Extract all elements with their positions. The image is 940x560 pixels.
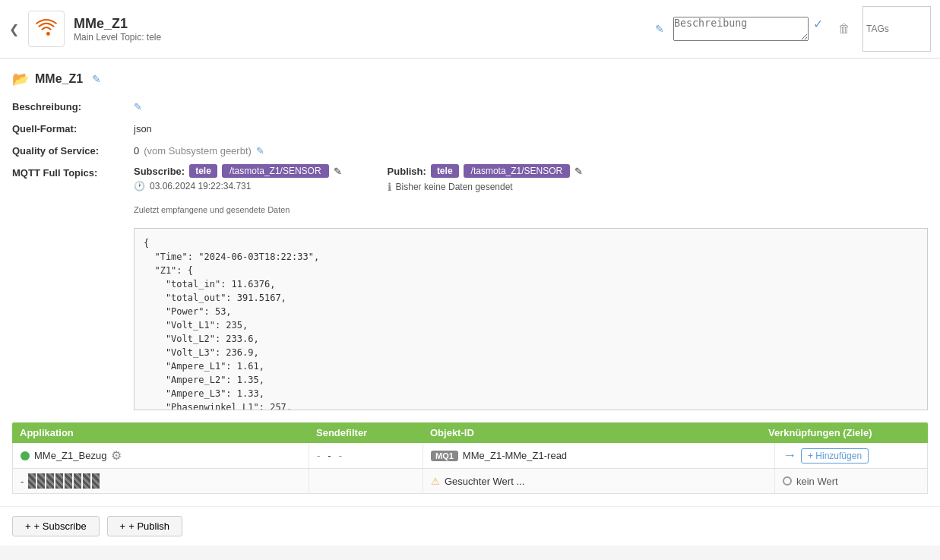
- table-row-2: - ⚠ Gesuchter Wert ... kei: [12, 469, 928, 494]
- mqtt-full-content: Subscribe: tele /tasmota_Z1/SENSOR ✎ 🕐 0…: [134, 164, 928, 199]
- subscribe-label: + Subscribe: [34, 520, 87, 532]
- no-data-sent: Bisher keine Daten gesendet: [396, 182, 513, 192]
- device-title: MMe_Z1 Main Level Topic: tele: [74, 16, 643, 43]
- device-icon: [28, 11, 65, 47]
- col-sendefilter: Sendefilter: [316, 427, 430, 438]
- publish-col: Publish: tele /tasmota_Z1/SENSOR ✎ ℹ Bis…: [388, 164, 584, 199]
- subscribe-col: Subscribe: tele /tasmota_Z1/SENSOR ✎ 🕐 0…: [134, 164, 342, 199]
- progress-cell: -: [13, 469, 309, 493]
- device-edit-icon[interactable]: ✎: [655, 23, 664, 35]
- kein-wert-text: kein Wert: [796, 476, 838, 487]
- main-content: 📂 MMe_Z1 ✎ Beschreibung: ✎ Quell-Format:…: [0, 59, 940, 506]
- mqtt-label: MQTT Full Topics:: [12, 164, 134, 199]
- main-level-topic: Main Level Topic: tele: [74, 32, 643, 43]
- json-content: { "Time": "2024-06-03T18:22:33", "Z1": {…: [144, 238, 319, 410]
- clock-icon: 🕐: [134, 181, 145, 191]
- status-dot: [21, 451, 30, 460]
- object-cell: MQ1 MMe_Z1-MMe_Z1-read: [423, 443, 775, 468]
- subscribe-row: Subscribe: tele /tasmota_Z1/SENSOR ✎: [134, 164, 342, 178]
- mq1-badge: MQ1: [431, 451, 458, 461]
- col-applikation: Applikation: [20, 427, 316, 438]
- filter-cell-2: [309, 469, 423, 493]
- add-link[interactable]: + Hinzufügen: [801, 448, 869, 464]
- app-cell: MMe_Z1_Bezug ⚙: [13, 443, 309, 468]
- search-cell: ⚠ Gesuchter Wert ...: [423, 469, 775, 493]
- bar-4: [55, 473, 63, 489]
- publish-badge: tele: [431, 164, 459, 178]
- info-icon: ℹ: [388, 181, 391, 193]
- top-bar: ❮ MMe_Z1 Main Level Topic: tele ✎ ✓ 🗑: [0, 0, 940, 59]
- kein-wert-cell: kein Wert: [775, 469, 927, 493]
- warning-icon: ⚠: [431, 476, 440, 487]
- search-value: Gesuchter Wert ...: [445, 476, 524, 487]
- col-verknuepfungen: Verknüpfungen (Ziele): [768, 427, 920, 438]
- subscribe-path: /tasmota_Z1/SENSOR: [222, 164, 329, 178]
- arrow-icon: →: [783, 448, 796, 464]
- bottom-actions: + + Subscribe + + Publish: [0, 506, 940, 546]
- filter-cell: - - -: [309, 443, 423, 468]
- filter2: -: [339, 450, 342, 461]
- publish-button[interactable]: + + Publish: [107, 516, 182, 536]
- publish-label: Publish:: [388, 166, 426, 177]
- beschreibung-value: ✎: [134, 98, 928, 115]
- qos-inherited: (vom Subsystem geerbt): [144, 145, 252, 157]
- publish-plus-icon: +: [120, 520, 126, 532]
- quell-format-value: json: [134, 120, 928, 138]
- filter1: -: [317, 450, 320, 461]
- table-header: Applikation Sendefilter Objekt-ID Verknü…: [12, 422, 928, 443]
- zuletzt-label: [12, 204, 134, 216]
- section-edit-icon[interactable]: ✎: [92, 73, 101, 85]
- progress-dash: -: [21, 476, 24, 487]
- col-objekt-id: Objekt-ID: [430, 427, 768, 438]
- subscribe-label: Subscribe:: [134, 166, 185, 177]
- section-header: 📂 MMe_Z1 ✎: [12, 71, 928, 87]
- beschreibung-textarea[interactable]: [673, 17, 809, 41]
- info-grid: Beschreibung: ✎ Quell-Format: json Quali…: [12, 98, 928, 216]
- bar-1: [28, 473, 36, 489]
- table-row: MMe_Z1_Bezug ⚙ - - - MQ1 MMe_Z1-MMe_Z1-r…: [12, 443, 928, 469]
- trash-icon[interactable]: 🗑: [835, 19, 853, 39]
- folder-icon: 📂: [12, 71, 29, 87]
- app-name: MMe_Z1_Bezug: [34, 450, 106, 461]
- subscribe-plus-icon: +: [25, 520, 31, 532]
- check-icon[interactable]: ✓: [813, 17, 823, 31]
- bar-6: [74, 473, 81, 489]
- publish-path: /tasmota_Z1/SENSOR: [464, 164, 571, 178]
- bar-3: [46, 473, 54, 489]
- no-data-row: ℹ Bisher keine Daten gesendet: [388, 181, 584, 193]
- beschreibung-edit-icon[interactable]: ✎: [134, 101, 142, 112]
- verknuepfungen-cell: → + Hinzufügen: [775, 443, 927, 468]
- beschreibung-label: Beschreibung:: [12, 98, 134, 115]
- publish-row: Publish: tele /tasmota_Z1/SENSOR ✎: [388, 164, 584, 178]
- object-id: MMe_Z1-MMe_Z1-read: [463, 450, 567, 461]
- beschreibung-area: ✓: [673, 17, 826, 41]
- bar-5: [65, 473, 72, 489]
- table-section: Applikation Sendefilter Objekt-ID Verknü…: [12, 422, 928, 494]
- json-section: { "Time": "2024-06-03T18:22:33", "Z1": {…: [12, 228, 928, 410]
- bar-7: [83, 473, 90, 489]
- timestamp: 03.06.2024 19:22:34.731: [150, 181, 251, 191]
- subscribe-edit-icon[interactable]: ✎: [334, 166, 342, 177]
- empty-circle: [783, 476, 792, 486]
- progress-bars: [28, 473, 100, 489]
- tags-input[interactable]: [862, 6, 931, 52]
- quell-format-label: Quell-Format:: [12, 120, 134, 138]
- gear-icon[interactable]: ⚙: [111, 448, 122, 463]
- qos-label: Quality of Service:: [12, 142, 134, 160]
- subscribe-badge: tele: [189, 164, 217, 178]
- bar-8: [92, 473, 100, 489]
- wifi-icon: [34, 17, 59, 41]
- mqtt-row-inner: Subscribe: tele /tasmota_Z1/SENSOR ✎ 🕐 0…: [134, 164, 928, 199]
- bar-2: [37, 473, 45, 489]
- timestamp-row: 🕐 03.06.2024 19:22:34.731: [134, 181, 342, 191]
- collapse-button[interactable]: ❮: [9, 22, 19, 36]
- publish-label: + Publish: [128, 520, 169, 532]
- device-name: MMe_Z1: [74, 16, 643, 32]
- publish-edit-icon[interactable]: ✎: [574, 166, 583, 177]
- qos-value: 0 (vom Subsystem geerbt) ✎: [134, 142, 928, 160]
- zuletzt-label-text: Zuletzt empfangene und gesendete Daten: [134, 204, 928, 216]
- section-title-text: MMe_Z1: [35, 72, 83, 86]
- qos-edit-icon[interactable]: ✎: [256, 145, 264, 157]
- json-content-box[interactable]: { "Time": "2024-06-03T18:22:33", "Z1": {…: [134, 228, 928, 410]
- subscribe-button[interactable]: + + Subscribe: [12, 516, 100, 536]
